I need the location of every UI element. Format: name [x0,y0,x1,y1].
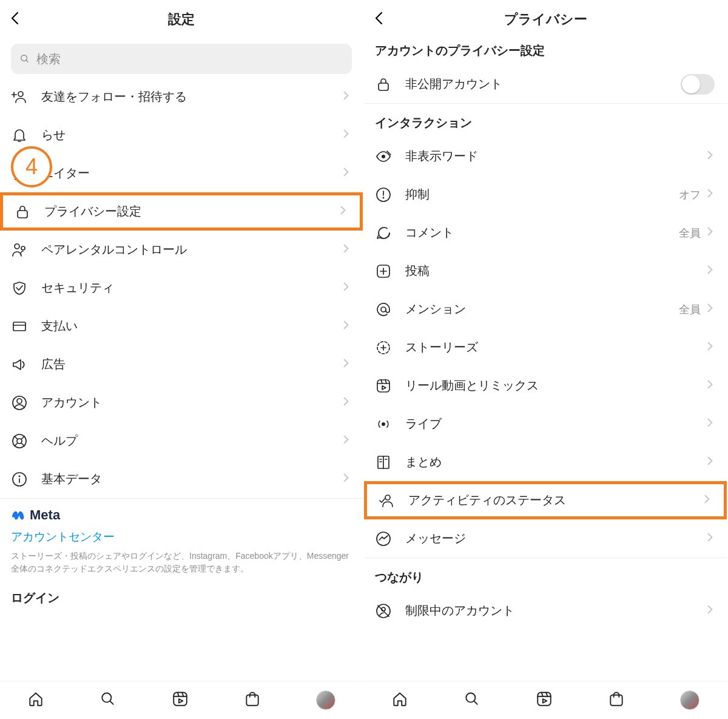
row-meta: 全員 [679,302,701,317]
private-account-toggle[interactable] [681,74,715,95]
row-posts[interactable]: 投稿 [364,252,727,290]
row-reels[interactable]: リール動画とリミックス [364,366,727,405]
reels-icon [375,377,392,394]
meta-block: Meta アカウントセンター ストーリーズ・投稿のシェアやログインなど、Inst… [0,498,363,581]
row-label: コメント [405,224,679,241]
chevron-right-icon [342,435,351,447]
chevron-right-icon [706,227,715,238]
nav-reels[interactable] [536,690,553,710]
chevron-right-icon [706,150,715,162]
login-section-header: ログイン [0,581,363,611]
search-placeholder: 検索 [36,51,61,67]
row-hidden[interactable]: 非表示ワード [364,137,727,175]
bottom-nav-right [364,681,727,719]
meta-brand: Meta [30,507,60,523]
row-account[interactable]: アカウント [0,383,363,422]
activity-icon [378,492,395,509]
row-comments[interactable]: コメント全員 [364,214,727,252]
row-follow[interactable]: 友達をフォロー・招待する [0,78,363,116]
row-security[interactable]: セキュリティ [0,269,363,307]
row-ads[interactable]: 広告 [0,345,363,383]
row-label: 制限中のアカウント [405,603,706,619]
settings-content: 4 友達をフォロー・招待するらせエイタープライバシー設定ペアレンタルコントロール… [0,78,363,719]
row-guides[interactable]: まとめ [364,443,727,481]
lock-icon [375,76,392,93]
row-privacy[interactable]: プライバシー設定 [0,192,363,231]
meta-icon [11,508,25,522]
settings-title: 設定 [168,10,195,29]
row-activity[interactable]: アクティビティのステータス [364,481,727,519]
row-label: 非表示ワード [405,148,706,164]
bottom-nav-left [0,681,363,719]
row-restricted[interactable]: 制限中のアカウント [364,592,727,630]
row-label: プライバシー設定 [44,203,339,220]
row-label: ヘルプ [41,433,342,449]
nav-search[interactable] [463,690,480,710]
notif-icon [11,127,28,144]
nav-shop[interactable] [608,690,625,710]
chevron-right-icon [706,456,715,468]
restricted-icon [375,603,392,619]
row-live[interactable]: ライブ [364,405,727,443]
row-label: 抑制 [405,186,679,203]
accounts-center-desc: ストーリーズ・投稿のシェアやログインなど、Instagram、Facebookア… [11,550,352,575]
nav-profile[interactable] [316,690,335,710]
row-stories[interactable]: ストーリーズ [364,328,727,366]
info-icon [11,471,28,488]
search-input[interactable]: 検索 [11,44,352,74]
chevron-right-icon [706,189,715,200]
messages-icon [375,530,392,547]
row-help[interactable]: ヘルプ [0,422,363,460]
help-icon [11,433,28,450]
row-mentions[interactable]: メンション全員 [364,290,727,328]
row-label: らせ [41,127,342,143]
nav-shop[interactable] [244,690,261,710]
comments-icon [375,224,392,241]
nav-home[interactable] [27,690,44,710]
chevron-right-icon [339,206,348,217]
section-connections: つながり [364,558,727,592]
privacy-title: プライバシー [504,10,587,29]
nav-home[interactable] [391,690,408,710]
row-info[interactable]: 基本データ [0,460,363,498]
row-label: 友達をフォロー・招待する [41,89,342,105]
row-creator[interactable]: エイター [0,154,363,192]
row-label: アクティビティのステータス [408,492,703,508]
row-limits[interactable]: 抑制オフ [364,175,727,214]
settings-header: 設定 [0,0,363,39]
back-button-right[interactable] [371,10,387,29]
parental-icon [11,241,28,258]
chevron-right-icon [342,244,351,255]
private-account-row: 非公開アカウント [364,65,727,103]
chevron-right-icon [342,167,351,179]
row-messages[interactable]: メッセージ [364,519,727,558]
row-label: セキュリティ [41,280,342,296]
stories-icon [375,339,392,356]
row-label: ペアレンタルコントロール [41,241,342,258]
payment-icon [11,318,28,335]
row-label: 支払い [41,318,342,334]
chevron-right-icon [706,265,715,277]
privacy-content: 5 アカウントのプライバシー設定 非公開アカウント インタラクション 非表示ワー… [364,39,727,719]
row-label: まとめ [405,454,706,470]
chevron-right-icon [706,605,715,616]
accounts-center-link[interactable]: アカウントセンター [11,529,352,545]
chevron-right-icon [706,418,715,430]
interaction-list: 非表示ワード抑制オフコメント全員投稿メンション全員ストーリーズリール動画とリミッ… [364,137,727,558]
row-payment[interactable]: 支払い [0,307,363,345]
row-parental[interactable]: ペアレンタルコントロール [0,231,363,269]
left-pane: 設定 検索 4 友達をフォロー・招待するらせエイタープライバシー設定ペアレンタル… [0,0,364,719]
back-button-left[interactable] [7,10,23,29]
row-notif[interactable]: らせ [0,116,363,154]
section-interaction: インタラクション [364,104,727,137]
row-label: メンション [405,301,679,317]
row-label: アカウント [41,394,342,411]
row-meta: オフ [679,187,701,202]
privacy-icon [14,203,31,220]
row-label: エイター [41,165,342,181]
nav-reels[interactable] [172,690,189,710]
chevron-right-icon [706,342,715,353]
row-label: ストーリーズ [405,339,706,356]
nav-profile[interactable] [680,690,699,710]
nav-search[interactable] [99,690,116,710]
